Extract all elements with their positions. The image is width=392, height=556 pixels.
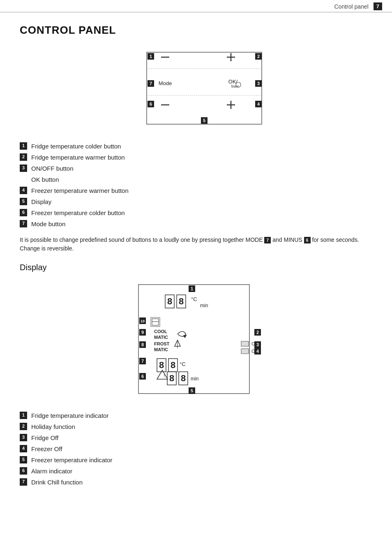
- svg-text:MATIC: MATIC: [154, 335, 168, 340]
- svg-rect-53: [241, 341, 249, 346]
- list-item: 7 Drink Chill function: [20, 478, 372, 486]
- item-badge-5: 5: [20, 198, 27, 205]
- note-part1: It is possible to change predefined soun…: [20, 236, 263, 243]
- svg-text:min: min: [191, 376, 198, 382]
- list-item: 1 Fridge temperature indicator: [20, 411, 372, 420]
- list-item: 4 Freezer temperature warmer button: [20, 186, 372, 195]
- svg-text:5: 5: [203, 118, 205, 123]
- page-title: CONTROL PANEL: [20, 24, 372, 37]
- list-item: 5 Freezer temperature indicator: [20, 456, 372, 464]
- item-label-2: Fridge temperature warmer button: [31, 153, 125, 162]
- list-item: 6 Freezer temperature colder button: [20, 208, 372, 217]
- list-item: 3 ON/OFF button: [20, 164, 372, 173]
- list-item: 2 Holiday function: [20, 422, 372, 431]
- display-badge-1: 1: [20, 412, 27, 419]
- svg-text:1: 1: [191, 286, 193, 291]
- display-section-title: Display: [20, 263, 372, 272]
- display-label-7: Drink Chill function: [31, 478, 83, 486]
- list-item-indent: OK button: [20, 175, 372, 184]
- svg-text:5: 5: [191, 388, 193, 393]
- item-label-1: Fridge temperature colder button: [31, 142, 121, 151]
- svg-text:3: 3: [256, 342, 259, 347]
- control-panel-svg: 1 2 7 Mode OK/ 5sec 3 6: [122, 48, 270, 130]
- svg-text:2: 2: [257, 54, 260, 59]
- note-text: It is possible to change predefined soun…: [20, 236, 372, 253]
- header-page: 7: [374, 2, 382, 10]
- item-badge-4: 4: [20, 187, 27, 194]
- list-item: 1 Fridge temperature colder button: [20, 142, 372, 151]
- display-badge-7: 7: [20, 478, 27, 486]
- display-label-2: Holiday function: [31, 422, 75, 431]
- control-panel-item-list: 1 Fridge temperature colder button 2 Fri…: [20, 142, 372, 228]
- list-item: 7 Mode button: [20, 220, 372, 228]
- display-badge-3: 3: [20, 434, 27, 441]
- svg-text:8: 8: [169, 374, 174, 384]
- list-item: 5 Display: [20, 197, 372, 206]
- svg-text:4: 4: [257, 102, 260, 107]
- item-badge-3: 3: [20, 164, 27, 172]
- display-badge-6: 6: [20, 467, 27, 475]
- display-badge-5: 5: [20, 456, 27, 463]
- display-svg: 1 8 8 °C 10 9 COOL MATIC: [118, 280, 274, 400]
- display-label-3: Fridge Off: [31, 433, 58, 442]
- svg-text:8: 8: [141, 342, 144, 347]
- display-label-4: Freezer Off: [31, 445, 62, 453]
- svg-text:9: 9: [141, 330, 144, 335]
- svg-text:!: !: [164, 374, 165, 378]
- svg-text:10: 10: [141, 319, 145, 323]
- item-badge-1: 1: [20, 142, 27, 150]
- note-badge-6: 6: [304, 237, 311, 243]
- svg-text:OK/: OK/: [228, 79, 238, 85]
- svg-text:8: 8: [178, 297, 184, 307]
- main-content: CONTROL PANEL 1 2 7 Mode OK/ 5sec: [0, 12, 392, 505]
- svg-text:°C: °C: [180, 361, 186, 367]
- svg-text:5sec: 5sec: [231, 84, 239, 88]
- svg-text:8: 8: [180, 374, 186, 384]
- display-diagram-container: 1 8 8 °C 10 9 COOL MATIC: [20, 280, 372, 400]
- svg-text:MATIC: MATIC: [154, 347, 168, 352]
- item-label-4: Freezer temperature warmer button: [31, 186, 129, 195]
- item-label-7: Mode button: [31, 220, 65, 228]
- list-item: 6 Alarm indicator: [20, 467, 372, 475]
- svg-text:1: 1: [150, 54, 152, 59]
- display-item-list: 1 Fridge temperature indicator 2 Holiday…: [20, 411, 372, 486]
- item-label-5: Display: [31, 197, 51, 206]
- svg-text:8: 8: [170, 361, 175, 371]
- display-label-1: Fridge temperature indicator: [31, 411, 108, 420]
- item-label-6: Freezer temperature colder button: [31, 208, 125, 217]
- svg-text:8: 8: [159, 361, 164, 371]
- svg-text:°C: °C: [191, 296, 197, 302]
- header-label: Control panel: [334, 3, 368, 10]
- item-badge-2: 2: [20, 153, 27, 161]
- svg-text:COOL: COOL: [154, 329, 167, 334]
- list-item: 4 Freezer Off: [20, 445, 372, 453]
- svg-rect-0: [147, 52, 262, 124]
- svg-text:Mode: Mode: [159, 80, 172, 86]
- svg-text:FROST: FROST: [154, 341, 170, 346]
- item-label-3: ON/OFF button: [31, 164, 74, 173]
- display-badge-4: 4: [20, 445, 27, 452]
- svg-rect-57: [241, 349, 249, 354]
- svg-text:6: 6: [150, 102, 152, 107]
- svg-text:7: 7: [141, 359, 144, 364]
- list-item: 3 Fridge Off: [20, 433, 372, 442]
- svg-text:8: 8: [167, 297, 172, 307]
- svg-text:2: 2: [256, 330, 259, 335]
- svg-text:6: 6: [141, 374, 144, 379]
- item-badge-6: 6: [20, 209, 27, 216]
- svg-text:7: 7: [150, 81, 152, 86]
- svg-text:4: 4: [256, 349, 259, 354]
- item-badge-7: 7: [20, 220, 27, 227]
- note-mid: and MINUS: [272, 236, 302, 243]
- svg-text:min: min: [200, 303, 208, 308]
- display-badge-2: 2: [20, 423, 27, 430]
- svg-text:3: 3: [257, 81, 260, 86]
- display-label-5: Freezer temperature indicator: [31, 456, 113, 464]
- control-panel-diagram-container: 1 2 7 Mode OK/ 5sec 3 6: [20, 48, 372, 130]
- page-header: Control panel 7: [0, 0, 392, 12]
- list-item: 2 Fridge temperature warmer button: [20, 153, 372, 162]
- display-label-6: Alarm indicator: [31, 467, 72, 475]
- item-label-ok: OK button: [31, 175, 59, 184]
- note-badge-7: 7: [264, 237, 271, 243]
